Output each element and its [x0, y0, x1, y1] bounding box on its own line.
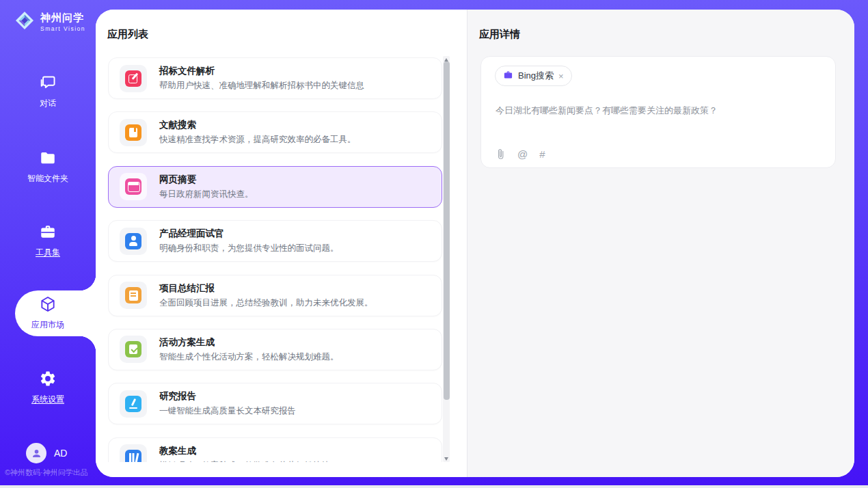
app-title: 招标文件解析	[159, 65, 364, 77]
interviewer-icon	[120, 228, 147, 255]
scrollbar-thumb[interactable]	[444, 62, 450, 400]
attachment-toolbar: @ #	[496, 148, 545, 160]
app-card-literature-search[interactable]: 文献搜索 快速精准查找学术资源，提高研究效率的必备工具。	[108, 111, 442, 153]
query-text[interactable]: 今日湖北有哪些新闻要点？有哪些需要关注的最新政策？	[496, 104, 822, 118]
app-card-pm-interviewer[interactable]: 产品经理面试官 明确身份和职责，为您提供专业性的面试问题。	[108, 220, 442, 262]
app-title: 产品经理面试官	[159, 228, 339, 240]
folder-icon	[39, 149, 57, 170]
app-list: 招标文件解析 帮助用户快速、准确地理解和解析招标书中的关键信息 文献搜索 快速精…	[108, 56, 442, 462]
gem-logo-icon	[14, 10, 36, 34]
sidebar-item-toolset[interactable]: 工具集	[0, 223, 96, 258]
sidebar-item-settings[interactable]: 系统设置	[0, 370, 96, 405]
app-card-web-summary[interactable]: 网页摘要 每日政府新闻资讯快查。	[108, 166, 442, 208]
app-desc: 快速精准查找学术资源，提高研究效率的必备工具。	[159, 134, 356, 146]
user-account[interactable]: AD	[26, 443, 67, 463]
app-title: 网页摘要	[159, 174, 254, 186]
list-scrollbar[interactable]	[443, 56, 450, 462]
paperclip-icon[interactable]	[496, 148, 506, 160]
tool-chip-label: Bing搜索	[518, 70, 554, 82]
app-desc: 帮助用户快速、准确地理解和解析招标书中的关键信息	[159, 80, 364, 92]
copyright-footer: ©神州数码·神州问学出品	[5, 467, 100, 478]
app-card-project-summary[interactable]: 项目总结汇报 全面回顾项目进展，总结经验教训，助力未来优化发展。	[108, 275, 442, 316]
app-title: 教案生成	[159, 445, 330, 457]
hashtag-icon[interactable]: #	[539, 148, 545, 160]
main-content: 应用列表 招标文件解析 帮助用户快速、准确地理解和解析招标书中的关键信息 文献搜…	[96, 10, 854, 477]
toolbox-icon	[39, 223, 57, 243]
app-detail-title: 应用详情	[479, 28, 520, 41]
app-desc: 明确身份和职责，为您提供专业性的面试问题。	[159, 243, 339, 254]
app-title: 研究报告	[159, 390, 296, 403]
clipboard-check-icon	[120, 336, 147, 363]
microscope-icon	[120, 390, 147, 418]
cube-icon	[39, 295, 57, 316]
app-desc: 模板驱动，教案秒成，教学准备从此轻松快捷	[159, 460, 330, 462]
scroll-down-arrow-icon[interactable]	[443, 455, 450, 462]
chat-icon	[39, 74, 57, 94]
gear-icon	[39, 370, 57, 390]
bottom-strip	[0, 485, 868, 488]
sidebar-item-label: 智能文件夹	[27, 173, 68, 185]
briefcase-icon	[503, 70, 513, 83]
mention-at-icon[interactable]: @	[517, 148, 528, 160]
sidebar-item-app-market[interactable]: 应用市场	[0, 295, 96, 331]
sidebar-item-label: 工具集	[36, 247, 60, 258]
web-code-icon	[120, 173, 147, 200]
book-icon	[120, 119, 147, 146]
app-desc: 一键智能生成高质量长文本研究报告	[159, 405, 296, 417]
sidebar-item-smart-folder[interactable]: 智能文件夹	[0, 149, 96, 185]
app-card-research-report[interactable]: 研究报告 一键智能生成高质量长文本研究报告	[108, 383, 442, 424]
sidebar-item-label: 系统设置	[31, 394, 64, 405]
sidebar: 神州问学 Smart Vision 对话 智能文件夹	[0, 0, 96, 485]
app-desc: 每日政府新闻资讯快查。	[159, 189, 254, 200]
user-initials: AD	[54, 448, 67, 459]
books-icon	[120, 444, 147, 462]
avatar	[26, 443, 46, 463]
app-card-event-plan[interactable]: 活动方案生成 智能生成个性化活动方案，轻松解决规划难题。	[108, 329, 442, 370]
sidebar-item-label: 应用市场	[31, 319, 64, 331]
brand-logo: 神州问学 Smart Vision	[14, 10, 85, 34]
sidebar-item-chat[interactable]: 对话	[0, 74, 96, 109]
brand-name: 神州问学	[40, 12, 85, 25]
edit-document-icon	[120, 65, 147, 92]
brand-tagline: Smart Vision	[40, 25, 85, 32]
app-detail-panel: 应用详情 Bing搜索 × 今日湖北有哪些新闻要点？有哪些需要关注的最新政策？	[467, 10, 854, 477]
app-title: 文献搜索	[159, 119, 356, 131]
app-desc: 智能生成个性化活动方案，轻松解决规划难题。	[159, 351, 339, 363]
notepad-icon	[120, 282, 147, 309]
app-list-panel: 应用列表 招标文件解析 帮助用户快速、准确地理解和解析招标书中的关键信息 文献搜…	[96, 10, 467, 477]
app-list-title: 应用列表	[107, 28, 148, 41]
app-title: 活动方案生成	[159, 336, 339, 349]
app-window: 神州问学 Smart Vision 对话 智能文件夹	[0, 0, 868, 488]
tool-chip-bing-search[interactable]: Bing搜索 ×	[495, 66, 572, 86]
app-card-bid-document-parse[interactable]: 招标文件解析 帮助用户快速、准确地理解和解析招标书中的关键信息	[108, 57, 442, 99]
prompt-card: Bing搜索 × 今日湖北有哪些新闻要点？有哪些需要关注的最新政策？ @ #	[480, 56, 836, 168]
app-desc: 全面回顾项目进展，总结经验教训，助力未来优化发展。	[159, 297, 373, 309]
app-title: 项目总结汇报	[159, 282, 373, 295]
sidebar-item-label: 对话	[40, 98, 56, 109]
app-card-lesson-plan[interactable]: 教案生成 模板驱动，教案秒成，教学准备从此轻松快捷	[108, 437, 442, 462]
close-icon[interactable]: ×	[558, 72, 564, 81]
